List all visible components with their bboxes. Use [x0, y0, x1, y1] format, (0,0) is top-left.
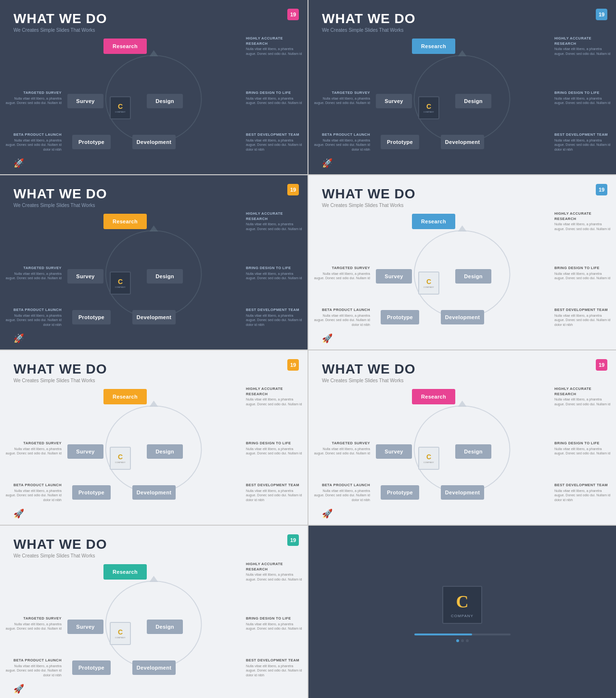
design-box-7: Design: [147, 620, 183, 634]
logo-letter-4: C: [426, 278, 431, 285]
logo-text-5: COMPANY: [115, 461, 126, 464]
logo-text-7: COMPANY: [115, 636, 126, 639]
design-box-2: Design: [455, 94, 491, 108]
prototype-box-5: Prototype: [72, 485, 111, 500]
survey-box-1: Survey: [67, 94, 103, 108]
slide-6: WHAT WE DO We Creates Simple Slides That…: [308, 350, 616, 525]
logo-letter-3: C: [118, 278, 123, 285]
label-bdev-6: BEST DEVELOPMENT TEAM Nulla vitae elit l…: [554, 483, 612, 503]
slide-2: WHAT WE DO We Creates Simple Slides That…: [308, 0, 616, 174]
slide-subtitle-6: We Creates Simple Slides That Works: [322, 378, 603, 383]
research-box-5: Research: [103, 389, 147, 404]
logo-letter-7: C: [118, 628, 123, 636]
dot-2: [461, 639, 464, 642]
svg-marker-1: [458, 50, 466, 56]
design-box-4: Design: [455, 269, 491, 284]
logo-letter-2: C: [426, 103, 431, 110]
center-logo-5: C COMPANY: [110, 447, 131, 470]
label-bring-design-1: BRING DESIGN TO LIFE Nulla vitae elit li…: [246, 90, 304, 105]
label-ts-4: TARGETED SURVEY Nulla vitae elit libero,…: [312, 266, 370, 281]
slide-title-6: WHAT WE DO: [322, 362, 603, 377]
prototype-box-6: Prototype: [381, 485, 419, 500]
label-ha-7: HIGHLY ACCURATE RESEARCH Nulla vitae eli…: [246, 562, 304, 582]
badge-2: 19: [596, 9, 607, 20]
research-box-7: Research: [103, 564, 147, 580]
diagram-2: Research Survey Design Prototype Develop…: [308, 34, 616, 160]
label-bd-5: BRING DESIGN TO LIFE Nulla vitae elit li…: [246, 441, 304, 456]
development-box-7: Development: [132, 660, 176, 675]
svg-marker-3: [458, 225, 466, 232]
slide-subtitle-1: We Creates Simple Slides That Works: [13, 27, 294, 33]
research-box-6: Research: [412, 389, 455, 404]
prototype-box-3: Prototype: [72, 310, 111, 324]
label-bd-4: BRING DESIGN TO LIFE Nulla vitae elit li…: [554, 266, 612, 281]
svg-marker-6: [149, 576, 158, 582]
diagram-3: Research Survey Design Prototype Develop…: [0, 209, 308, 335]
center-logo-4: C COMPANY: [418, 271, 439, 295]
label-bd-3: BRING DESIGN TO LIFE Nulla vitae elit li…: [246, 266, 304, 281]
design-box-6: Design: [455, 444, 491, 459]
label-targeted-survey-1: TARGETED SURVEY Nulla vitae elit libero,…: [4, 90, 62, 105]
rocket-icon-1: 🚀: [13, 158, 24, 168]
slide-title-2: WHAT WE DO: [322, 12, 603, 26]
badge-7: 19: [287, 534, 299, 546]
label-bdev-3: BEST DEVELOPMENT TEAM Nulla vitae elit l…: [246, 308, 304, 327]
label-bdev-4: BEST DEVELOPMENT TEAM Nulla vitae elit l…: [554, 308, 612, 327]
development-box-2: Development: [441, 135, 484, 149]
label-highly-accurate-1: HIGHLY ACCURATE RESEARCH Nulla vitae eli…: [246, 36, 304, 56]
slide-subtitle-3: We Creates Simple Slides That Works: [13, 203, 294, 208]
dot-3: [466, 639, 469, 642]
slide-subtitle-7: We Creates Simple Slides That Works: [13, 553, 294, 558]
diagram-4: Research Survey Design Prototype Develop…: [308, 209, 616, 335]
slide-subtitle-5: We Creates Simple Slides That Works: [13, 378, 294, 383]
label-bdev-2: BEST DEVELOPMENT TEAM Nulla vitae elit l…: [554, 132, 612, 152]
label-ts-2: TARGETED SURVEY Nulla vitae elit libero,…: [312, 90, 370, 105]
center-logo-6: C COMPANY: [418, 447, 439, 470]
slide-4: WHAT WE DO We Creates Simple Slides That…: [308, 175, 616, 349]
research-box-4: Research: [412, 214, 455, 229]
rocket-icon-5: 🚀: [13, 508, 24, 519]
label-best-dev-1: BEST DEVELOPMENT TEAM Nulla vitae elit l…: [246, 132, 304, 152]
survey-box-6: Survey: [376, 444, 412, 459]
label-bdev-5: BEST DEVELOPMENT TEAM Nulla vitae elit l…: [246, 483, 304, 503]
research-box-1: Research: [103, 39, 147, 54]
label-ha-4: HIGHLY ACCURATE RESEARCH Nulla vitae eli…: [554, 211, 612, 232]
development-box-3: Development: [132, 310, 176, 324]
development-box-4: Development: [441, 310, 484, 324]
logo-letter-6: C: [426, 453, 431, 461]
label-ha-3: HIGHLY ACCURATE RESEARCH Nulla vitae eli…: [246, 211, 304, 232]
label-bd-6: BRING DESIGN TO LIFE Nulla vitae elit li…: [554, 441, 612, 456]
loading-bar: [414, 633, 472, 635]
survey-box-7: Survey: [67, 620, 103, 634]
slide-title-3: WHAT WE DO: [13, 187, 294, 202]
label-ts-3: TARGETED SURVEY Nulla vitae elit libero,…: [4, 266, 62, 281]
center-logo-3: C COMPANY: [110, 271, 131, 295]
research-box-2: Research: [412, 39, 455, 54]
label-ts-7: TARGETED SURVEY Nulla vitae elit libero,…: [4, 616, 62, 631]
survey-box-5: Survey: [67, 444, 103, 459]
research-box-3: Research: [103, 214, 147, 229]
label-bl-2: BETA PRODUCT LAUNCH Nulla vitae elit lib…: [312, 132, 370, 152]
label-ts-6: TARGETED SURVEY Nulla vitae elit libero,…: [312, 441, 370, 456]
slide-7: WHAT WE DO We Creates Simple Slides That…: [0, 526, 308, 698]
label-bd-7: BRING DESIGN TO LIFE Nulla vitae elit li…: [246, 616, 304, 631]
badge-4: 19: [596, 184, 607, 195]
svg-marker-5: [458, 401, 466, 407]
cover-logo-letter: C: [456, 592, 468, 612]
badge-6: 19: [596, 359, 607, 371]
rocket-icon-2: 🚀: [322, 158, 333, 168]
badge-3: 19: [287, 184, 299, 195]
slide-1: WHAT WE DO We Creates Simple Slides That…: [0, 0, 308, 174]
development-box-5: Development: [132, 485, 176, 500]
logo-letter-1: C: [118, 103, 123, 110]
slide-title-1: WHAT WE DO: [13, 12, 294, 26]
loading-bar-container: [414, 633, 511, 635]
loading-dots: [456, 639, 469, 642]
slide-3: WHAT WE DO We Creates Simple Slides That…: [0, 175, 308, 349]
logo-text-6: COMPANY: [424, 461, 434, 464]
prototype-box-1: Prototype: [72, 135, 111, 149]
survey-box-4: Survey: [376, 269, 412, 284]
slide-title-5: WHAT WE DO: [13, 362, 294, 377]
slide-8: C COMPANY: [308, 526, 616, 698]
center-logo-7: C COMPANY: [110, 622, 131, 645]
